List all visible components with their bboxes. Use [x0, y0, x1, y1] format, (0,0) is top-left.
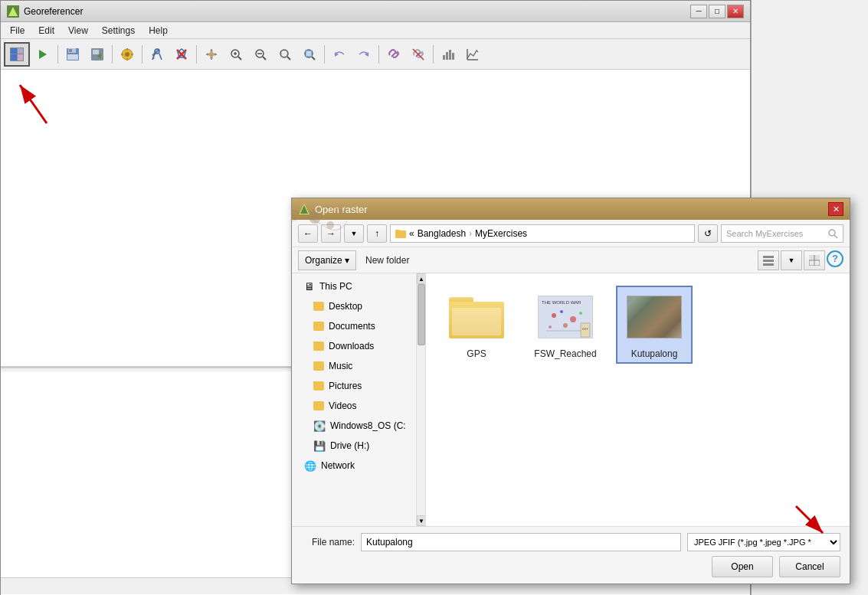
filetype-select[interactable]: JPEG JFIF (*.jpg *.jpeg *.JPG * [687, 533, 840, 551]
view-details-button[interactable] [804, 250, 825, 270]
up-button[interactable]: ↑ [367, 224, 387, 243]
folder-icon-videos [313, 401, 324, 410]
sidebar-label-cdrive: Windows8_OS (C: [330, 420, 406, 431]
pan-button[interactable] [200, 44, 223, 65]
view-list-button[interactable] [758, 250, 779, 270]
organize-button[interactable]: Organize ▾ [298, 250, 356, 270]
folder-icon-documents [313, 322, 324, 331]
zoom-last-icon [332, 47, 346, 61]
sidebar-label-network: Network [321, 460, 355, 471]
breadcrumb-bangladesh[interactable]: Bangladesh [418, 228, 466, 239]
sidebar-scrollbar[interactable]: ▲ ▼ [416, 273, 425, 526]
dialog-content: 🖥 This PC Desktop Documents Downloads Mu… [292, 273, 850, 526]
separator-4 [196, 45, 197, 64]
unlink-button[interactable] [407, 44, 430, 65]
open-button[interactable]: Open [712, 556, 773, 577]
svg-point-69 [563, 323, 568, 328]
title-bar: Georeferencer ─ □ ✕ [1, 1, 750, 22]
delete-points-button[interactable] [170, 44, 193, 65]
edit-points-button[interactable] [146, 44, 169, 65]
svg-rect-44 [449, 50, 451, 60]
settings-button[interactable] [116, 44, 139, 65]
maximize-button[interactable]: □ [709, 5, 726, 18]
svg-point-11 [125, 52, 129, 57]
folder-icon-pictures [313, 381, 324, 391]
svg-rect-12 [126, 48, 128, 51]
navigation-bar: ← → ▼ ↑ « Bangladesh › MyExercises ↺ Sea… [292, 220, 850, 247]
sidebar-item-music[interactable]: Music [292, 356, 416, 376]
chart-button[interactable] [461, 44, 484, 65]
scroll-thumb[interactable] [418, 284, 425, 345]
histogram-button[interactable] [437, 44, 460, 65]
play-button[interactable] [31, 44, 54, 65]
file-item-kutupalong[interactable]: Kutupalong [616, 286, 693, 364]
app-icon [7, 5, 19, 18]
svg-rect-57 [763, 260, 774, 262]
folder-thumb-gps [449, 296, 504, 338]
organize-label: Organize ▾ [305, 255, 349, 266]
sidebar-item-desktop[interactable]: Desktop [292, 296, 416, 316]
zoom-in-button[interactable] [224, 44, 247, 65]
chart-icon [466, 47, 480, 61]
zoom-last-button[interactable] [328, 44, 351, 65]
sidebar-item-thispc[interactable]: 🖥 This PC [292, 276, 416, 296]
svg-rect-58 [763, 263, 774, 266]
zoom-fit-icon [278, 47, 292, 61]
help-button[interactable]: ? [827, 250, 843, 267]
svg-rect-5 [69, 49, 72, 52]
zoom-fit-button[interactable] [274, 44, 296, 65]
filename-input[interactable] [361, 533, 681, 551]
grid-icon [10, 47, 24, 61]
sidebar-item-downloads[interactable]: Downloads [292, 336, 416, 356]
load-gcp-button[interactable] [86, 44, 109, 65]
svg-rect-6 [67, 54, 78, 60]
zoom-layer-button[interactable] [298, 44, 321, 65]
menu-view[interactable]: View [62, 24, 94, 38]
menu-settings[interactable]: Settings [96, 24, 141, 38]
drive-icon-c: 💽 [313, 420, 326, 432]
minimize-button[interactable]: ─ [690, 5, 707, 18]
sidebar-item-documents[interactable]: Documents [292, 316, 416, 336]
svg-rect-14 [121, 54, 123, 55]
new-folder-button[interactable]: New folder [362, 250, 412, 270]
separator-3 [142, 45, 142, 64]
sidebar-item-c-drive[interactable]: 💽 Windows8_OS (C: [292, 416, 416, 436]
menu-edit[interactable]: Edit [32, 24, 61, 38]
zoom-out-icon [254, 47, 267, 61]
refresh-button[interactable]: ↺ [698, 224, 718, 243]
sidebar-item-videos[interactable]: Videos [292, 396, 416, 416]
close-button[interactable]: ✕ [727, 5, 744, 18]
sidebar-item-pictures[interactable]: Pictures [292, 376, 416, 396]
sidebar-item-h-drive[interactable]: 💾 Drive (H:) [292, 436, 416, 456]
map-content: THE WORLD WAR KEY [539, 296, 592, 338]
scroll-up-button[interactable]: ▲ [417, 273, 426, 284]
breadcrumb-myexercises[interactable]: MyExercises [475, 228, 527, 239]
file-item-fsw[interactable]: THE WORLD WAR KEY [527, 286, 604, 364]
breadcrumb-part1: « [409, 228, 414, 239]
zoom-next-button[interactable] [352, 44, 375, 65]
link-button[interactable] [382, 44, 405, 65]
folder-body [449, 302, 504, 338]
scroll-down-button[interactable]: ▼ [417, 515, 426, 526]
zoom-layer-icon [303, 47, 316, 61]
sidebar-item-network[interactable]: 🌐 Network [292, 456, 416, 476]
separator-6 [378, 45, 379, 64]
drive-icon-h: 💾 [313, 440, 326, 452]
sidebar-label-downloads: Downloads [329, 341, 374, 351]
svg-rect-15 [131, 54, 133, 55]
zoom-out-button[interactable] [249, 44, 272, 65]
menu-file[interactable]: File [4, 24, 31, 38]
file-item-gps[interactable]: GPS [438, 286, 515, 364]
link-icon [387, 47, 401, 61]
open-raster-button[interactable] [4, 42, 30, 67]
dialog-title-bar: Open raster ✕ [292, 198, 850, 220]
histogram-icon [441, 47, 455, 61]
unlink-icon [411, 47, 425, 61]
view-dropdown-button[interactable]: ▼ [781, 250, 802, 270]
dialog-close-button[interactable]: ✕ [828, 202, 843, 216]
save-button[interactable] [61, 44, 84, 65]
menu-help[interactable]: Help [142, 24, 174, 38]
list-view-icon [763, 255, 774, 266]
cancel-button[interactable]: Cancel [779, 556, 840, 577]
svg-rect-35 [281, 51, 287, 57]
